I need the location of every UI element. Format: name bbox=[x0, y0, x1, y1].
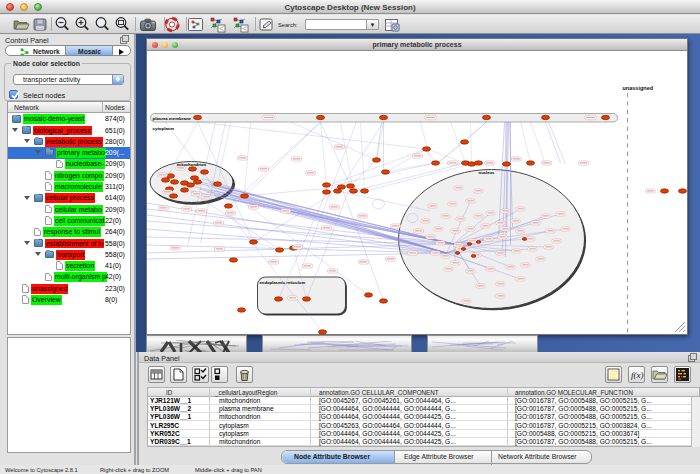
svg-text:nucleus: nucleus bbox=[479, 170, 495, 175]
svg-text:plasma membrane: plasma membrane bbox=[153, 116, 192, 121]
svg-text:f(x): f(x) bbox=[631, 370, 644, 380]
svg-text:endoplasmic reticulum: endoplasmic reticulum bbox=[260, 280, 306, 285]
svg-text:mitochondrion: mitochondrion bbox=[177, 162, 207, 167]
svg-text:cytoplasm: cytoplasm bbox=[153, 126, 175, 131]
svg-text:unassigned: unassigned bbox=[623, 85, 654, 91]
